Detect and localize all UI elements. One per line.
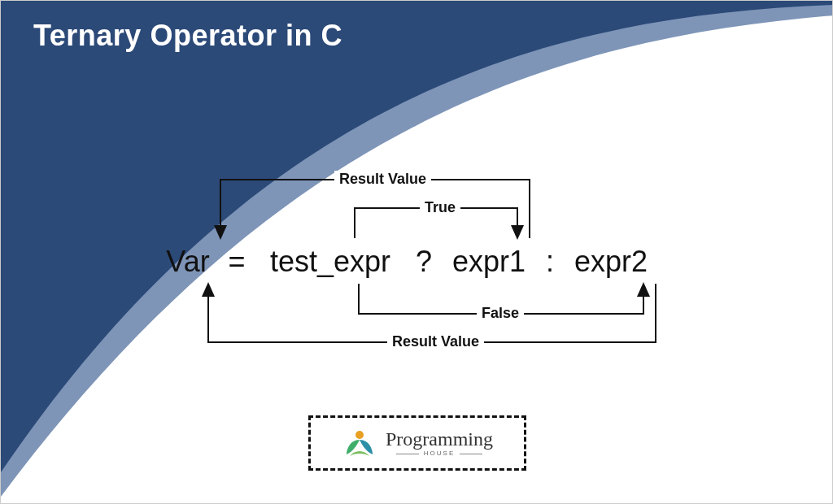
label-result-top: Result Value [334,171,431,188]
page-title: Ternary Operator in C [33,19,342,53]
logo-text: Programming HOUSE [386,429,493,457]
token-var: Var [159,245,216,279]
svg-point-0 [355,431,364,439]
label-false: False [477,305,524,322]
logo-box: Programming HOUSE [308,415,526,471]
ternary-expression: Var = test_expr ? expr1 : expr2 [159,245,696,279]
token-test: test_expr [257,245,403,279]
label-result-bottom: Result Value [387,333,484,350]
logo-icon [342,425,377,461]
ternary-diagram: Result Value True False Result Value Var… [159,163,696,367]
token-qmark: ? [412,245,436,279]
logo-subtitle: HOUSE [396,450,482,457]
label-true: True [420,199,460,216]
token-expr2: expr2 [566,245,656,279]
token-colon: : [542,245,558,279]
token-eq: = [225,245,249,279]
token-expr1: expr1 [444,245,534,279]
logo-name: Programming [386,429,493,449]
